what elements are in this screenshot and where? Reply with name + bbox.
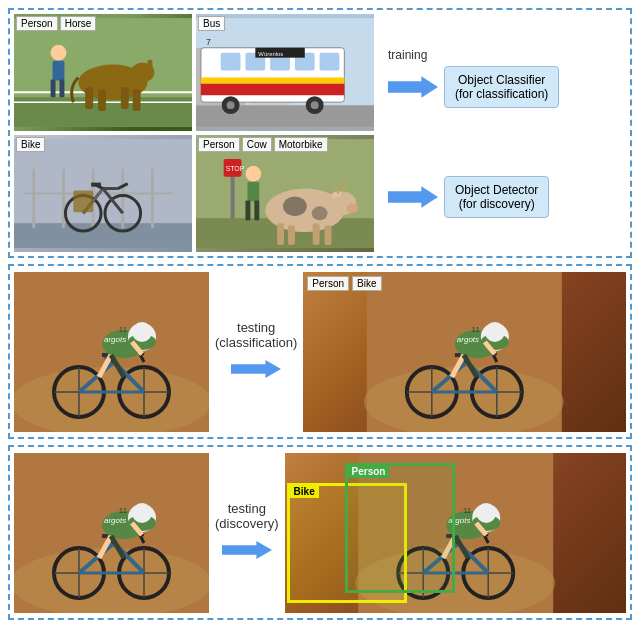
discovery-label-line1: testing xyxy=(215,501,279,516)
classifier-title: Object Classifier xyxy=(455,73,548,87)
detector-title: Object Detector xyxy=(455,183,538,197)
test-discovery-label: testing (discovery) xyxy=(215,501,279,531)
classification-arrow xyxy=(231,354,281,384)
tag-cow: Cow xyxy=(242,137,272,152)
bbox-person: Person xyxy=(345,463,455,593)
detector-box: Object Detector (for discovery) xyxy=(444,176,549,218)
tag-horse: Horse xyxy=(60,16,97,31)
svg-point-146 xyxy=(132,503,152,523)
svg-line-98 xyxy=(139,352,142,354)
svg-point-33 xyxy=(311,101,319,109)
training-arrow xyxy=(388,72,438,102)
svg-point-96 xyxy=(132,322,152,342)
discovery-middle: testing (discovery) xyxy=(215,501,279,565)
bbox-bike-label: Bike xyxy=(290,485,319,498)
svg-rect-13 xyxy=(51,79,56,97)
discovery-label-line2: (discovery) xyxy=(215,516,279,531)
svg-rect-73 xyxy=(245,200,250,220)
svg-marker-76 xyxy=(388,186,438,208)
test-label-line2: (classification) xyxy=(215,335,297,350)
image-bike: Bike xyxy=(14,135,192,252)
svg-rect-7 xyxy=(121,87,129,109)
svg-text:Würenlos: Würenlos xyxy=(258,51,283,57)
svg-point-31 xyxy=(227,101,235,109)
labels-cow: Person Cow Motorbike xyxy=(198,137,328,152)
test-image-classification-right: Person Bike xyxy=(303,272,626,432)
labels-bike: Bike xyxy=(16,137,45,152)
bbox-person-label: Person xyxy=(348,465,390,478)
svg-point-61 xyxy=(312,206,328,220)
classification-tags: Person Bike xyxy=(307,276,381,291)
svg-marker-75 xyxy=(388,76,438,98)
svg-rect-8 xyxy=(133,89,141,111)
svg-rect-12 xyxy=(53,61,65,81)
svg-text:7: 7 xyxy=(206,37,211,47)
svg-rect-23 xyxy=(201,77,344,83)
right-panel: training Object Classifier (for classifi… xyxy=(380,14,626,252)
svg-rect-64 xyxy=(313,223,320,245)
svg-point-122 xyxy=(485,322,505,342)
svg-rect-6 xyxy=(98,89,106,111)
image-person-horse: Person Horse xyxy=(14,14,192,131)
tag-bike: Bike xyxy=(16,137,45,152)
discovery-arrow xyxy=(222,535,272,565)
tag-person-2: Person xyxy=(198,137,240,152)
svg-text:11: 11 xyxy=(119,326,127,333)
top-section: Person Horse xyxy=(8,8,632,258)
svg-point-11 xyxy=(51,45,67,61)
arrow-and-classifier: Object Classifier (for classification) xyxy=(388,66,559,108)
svg-text:11: 11 xyxy=(119,507,127,514)
image-bus: Bus xyxy=(196,14,374,131)
labels-bus: Bus xyxy=(198,16,225,31)
svg-text:argots: argots xyxy=(104,516,126,525)
training-row-2: Bike xyxy=(14,135,374,252)
tag-result-person: Person xyxy=(307,276,349,291)
middle-section: argots 11 testing (classification) Perso… xyxy=(8,264,632,439)
test-classification-label: testing (classification) xyxy=(215,320,297,350)
svg-text:argots: argots xyxy=(457,335,479,344)
svg-point-129 xyxy=(14,548,209,613)
svg-rect-22 xyxy=(201,83,344,95)
svg-rect-72 xyxy=(247,182,259,202)
training-images: Person Horse xyxy=(14,14,374,252)
svg-rect-10 xyxy=(148,60,153,76)
test-image-discovery-left: argots 11 xyxy=(14,453,209,613)
classifier-box: Object Classifier (for classification) xyxy=(444,66,559,108)
training-arrow-row: training Object Classifier (for classifi… xyxy=(388,48,559,108)
tag-result-bike: Bike xyxy=(352,276,381,291)
classification-middle: testing (classification) xyxy=(215,320,297,384)
test-image-discovery-right: Bike Person xyxy=(285,453,626,613)
svg-rect-24 xyxy=(221,53,241,71)
labels-person-horse: Person Horse xyxy=(16,16,96,31)
svg-rect-63 xyxy=(288,225,295,245)
svg-point-67 xyxy=(346,203,358,213)
image-cow: Person Cow Motorbike STOP xyxy=(196,135,374,252)
main-container: Person Horse xyxy=(0,0,640,631)
detector-subtitle: (for discovery) xyxy=(455,197,538,211)
svg-point-71 xyxy=(245,166,261,182)
tag-bus: Bus xyxy=(198,16,225,31)
training-label: training xyxy=(388,48,427,62)
svg-point-60 xyxy=(283,196,307,216)
classifier-subtitle: (for classification) xyxy=(455,87,548,101)
bottom-section: argots 11 testing (discovery) Bike xyxy=(8,445,632,620)
svg-text:STOP: STOP xyxy=(226,165,245,172)
svg-rect-14 xyxy=(59,79,64,97)
svg-rect-62 xyxy=(277,223,284,245)
tag-motorbike: Motorbike xyxy=(274,137,328,152)
test-image-classification-left: argots 11 xyxy=(14,272,209,432)
test-label-line1: testing xyxy=(215,320,297,335)
svg-rect-5 xyxy=(85,87,93,109)
detector-row: Object Detector (for discovery) xyxy=(388,176,549,218)
svg-point-78 xyxy=(14,367,209,432)
svg-text:11: 11 xyxy=(472,326,480,333)
svg-point-171 xyxy=(476,503,496,523)
training-row-1: Person Horse xyxy=(14,14,374,131)
svg-marker-152 xyxy=(222,540,272,558)
svg-rect-28 xyxy=(320,53,340,71)
svg-rect-65 xyxy=(325,225,332,245)
tag-person: Person xyxy=(16,16,58,31)
svg-rect-37 xyxy=(14,223,192,248)
svg-rect-53 xyxy=(73,191,93,213)
svg-marker-103 xyxy=(231,359,281,377)
